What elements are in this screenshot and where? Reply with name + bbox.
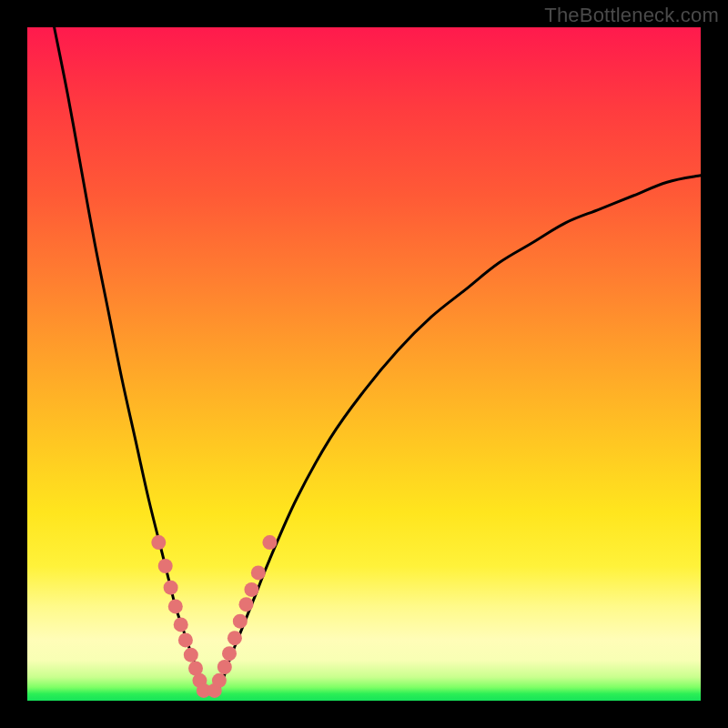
curve-right-path <box>216 176 701 694</box>
marker-dot <box>251 565 266 580</box>
marker-dot <box>212 673 227 688</box>
markers-right-branch <box>207 535 278 698</box>
marker-dot <box>174 617 188 632</box>
marker-dot <box>184 648 198 662</box>
curve-left-branch <box>55 27 203 694</box>
marker-dot <box>262 535 277 550</box>
marker-dot <box>244 582 258 597</box>
curve-right-branch <box>216 176 701 694</box>
marker-dot <box>158 559 173 573</box>
markers-left-branch <box>151 535 211 698</box>
marker-dot <box>222 646 237 661</box>
curve-left-path <box>55 27 203 694</box>
marker-dot <box>239 597 254 612</box>
watermark-text: TheBottleneck.com <box>544 4 719 27</box>
marker-dot <box>168 599 183 613</box>
chart-plot-area <box>27 27 701 701</box>
marker-dot <box>178 632 193 647</box>
marker-dot <box>151 535 166 550</box>
marker-dot <box>217 660 232 674</box>
marker-dot <box>233 614 248 629</box>
chart-svg <box>27 27 701 701</box>
marker-dot <box>228 631 242 645</box>
marker-dot <box>164 581 178 595</box>
chart-frame: TheBottleneck.com <box>0 0 728 728</box>
